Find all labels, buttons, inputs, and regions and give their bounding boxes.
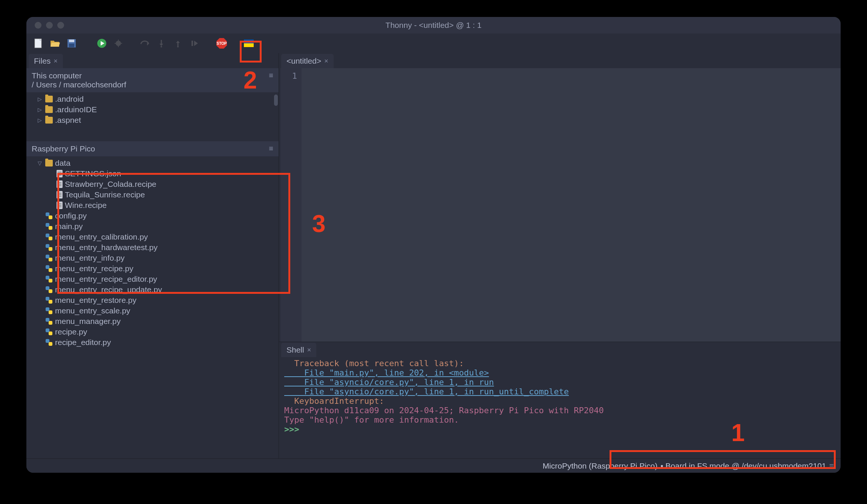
folder-icon xyxy=(45,96,53,102)
files-tab[interactable]: Files × xyxy=(29,54,63,68)
traceback-header: Traceback (most recent call last): xyxy=(284,359,464,368)
expand-icon[interactable]: ▷ xyxy=(36,117,43,123)
tree-item[interactable]: Wine.recipe xyxy=(26,200,279,211)
svg-marker-18 xyxy=(194,41,198,46)
traceback-link[interactable]: File "asyncio/core.py", line 1, in run_u… xyxy=(284,387,569,396)
new-file-icon[interactable] xyxy=(33,38,44,49)
tree-item-label: .arduinoIDE xyxy=(55,105,97,114)
svg-point-13 xyxy=(161,46,162,47)
ukraine-flag-icon[interactable] xyxy=(244,38,254,49)
titlebar: Thonny - <untitled> @ 1 : 1 xyxy=(26,17,841,34)
editor-section: <untitled> × 1 xyxy=(279,53,841,342)
tree-item-label: menu_entry_restore.py xyxy=(55,296,136,305)
close-icon[interactable]: × xyxy=(54,57,58,65)
tree-item[interactable]: menu_entry_recipe_update.py xyxy=(26,284,279,295)
tree-item[interactable]: Strawberry_Colada.recipe xyxy=(26,179,279,189)
statusbar: MicroPython (Raspberry Pi Pico) Board in… xyxy=(26,458,841,473)
board-status[interactable]: Board in FS mode @ /dev/cu.usbmodem2101 xyxy=(660,461,826,470)
tree-item[interactable]: ▷.aspnet xyxy=(26,115,279,125)
close-icon[interactable]: × xyxy=(307,346,311,354)
tree-item[interactable]: menu_entry_recipe_editor.py xyxy=(26,274,279,284)
editor-content[interactable] xyxy=(302,68,841,342)
window-title: Thonny - <untitled> @ 1 : 1 xyxy=(26,21,841,30)
step-into-icon[interactable] xyxy=(156,38,167,49)
tree-item-label: Tequila_Sunrise.recipe xyxy=(65,190,145,199)
tree-item[interactable]: menu_entry_restore.py xyxy=(26,295,279,305)
run-icon[interactable] xyxy=(97,38,107,49)
traceback-link[interactable]: File "main.py", line 202, in <module> xyxy=(284,368,489,377)
traceback-link[interactable]: File "asyncio/core.py", line 1, in run xyxy=(284,377,494,387)
python-file-icon xyxy=(45,307,53,315)
folder-icon xyxy=(45,106,53,113)
shell-section: Shell × Traceback (most recent call last… xyxy=(279,342,841,458)
tree-item[interactable]: menu_manager.py xyxy=(26,316,279,327)
open-file-icon[interactable] xyxy=(50,38,60,49)
scrollbar-thumb[interactable] xyxy=(274,95,278,106)
stop-button[interactable]: STOP xyxy=(216,38,227,49)
hamburger-icon[interactable]: ≡ xyxy=(269,71,273,80)
folder-icon xyxy=(45,160,53,166)
step-over-icon[interactable] xyxy=(139,38,150,49)
tree-item-label: main.py xyxy=(55,222,83,231)
python-file-icon xyxy=(45,286,53,293)
tree-item[interactable]: main.py xyxy=(26,221,279,232)
tree-item[interactable]: menu_entry_recipe.py xyxy=(26,263,279,274)
shell-output[interactable]: Traceback (most recent call last): File … xyxy=(279,357,841,458)
device-file-tree[interactable]: ▽dataSETTINGS.jsonStrawberry_Colada.reci… xyxy=(26,156,279,458)
keyboard-interrupt: KeyboardInterrupt: xyxy=(284,396,384,406)
tree-item-label: menu_manager.py xyxy=(55,317,121,326)
tree-item[interactable]: ▽data xyxy=(26,158,279,168)
annotation-label-1: 1 xyxy=(731,419,745,447)
editor-tab-label: <untitled> xyxy=(286,57,321,66)
tree-item[interactable]: menu_entry_calibration.py xyxy=(26,232,279,242)
annotation-label-3: 3 xyxy=(312,210,326,238)
shell-tab[interactable]: Shell × xyxy=(281,343,316,357)
tree-item[interactable]: menu_entry_hardwaretest.py xyxy=(26,242,279,253)
python-file-icon xyxy=(45,254,53,262)
tree-item[interactable]: ▷.arduinoIDE xyxy=(26,104,279,115)
tree-item[interactable]: recipe.py xyxy=(26,327,279,337)
tree-item[interactable]: config.py xyxy=(26,211,279,221)
tree-item[interactable]: menu_entry_info.py xyxy=(26,253,279,263)
step-out-icon[interactable] xyxy=(173,38,183,49)
file-icon xyxy=(57,191,63,199)
hamburger-icon[interactable]: ≡ xyxy=(269,144,273,153)
line-gutter: 1 xyxy=(280,68,302,342)
tree-item-label: Wine.recipe xyxy=(65,201,107,210)
repl-prompt[interactable]: >>> xyxy=(284,425,304,434)
tree-item-label: menu_entry_calibration.py xyxy=(55,232,148,241)
expand-icon[interactable]: ▷ xyxy=(36,96,43,102)
local-files-header[interactable]: This computer / Users / marcelochsendorf… xyxy=(26,68,279,92)
expand-icon[interactable]: ▷ xyxy=(36,107,43,113)
tree-item-label: menu_entry_hardwaretest.py xyxy=(55,243,158,252)
editor-tab[interactable]: <untitled> × xyxy=(281,54,334,68)
interpreter-label[interactable]: MicroPython (Raspberry Pi Pico) xyxy=(543,461,658,470)
expand-icon[interactable]: ▽ xyxy=(36,160,43,166)
hamburger-icon[interactable]: ≡ xyxy=(829,461,834,470)
device-files-header[interactable]: Raspberry Pi Pico ≡ xyxy=(26,141,279,156)
micropython-banner: MicroPython d11ca09 on 2024-04-25; Raspb… xyxy=(284,406,604,415)
device-header-label: Raspberry Pi Pico xyxy=(32,144,95,153)
python-file-icon xyxy=(45,318,53,325)
tree-item[interactable]: recipe_editor.py xyxy=(26,337,279,348)
help-hint: Type "help()" for more information. xyxy=(284,415,459,425)
tree-item-label: SETTINGS.json xyxy=(65,169,121,178)
tree-item[interactable]: ▷.android xyxy=(26,94,279,104)
file-icon xyxy=(57,202,63,209)
tree-item-label: Strawberry_Colada.recipe xyxy=(65,180,156,189)
debug-icon[interactable] xyxy=(113,38,124,49)
close-icon[interactable]: × xyxy=(324,57,328,65)
resume-icon[interactable] xyxy=(189,38,200,49)
tree-item[interactable]: Tequila_Sunrise.recipe xyxy=(26,189,279,200)
toolbar: STOP xyxy=(26,34,841,53)
folder-icon xyxy=(45,117,53,124)
tree-item-label: menu_entry_recipe.py xyxy=(55,264,133,273)
local-file-tree[interactable]: ▷.android▷.arduinoIDE▷.aspnet xyxy=(26,92,279,141)
editor-body[interactable]: 1 xyxy=(279,68,841,342)
files-panel: Files × This computer / Users / marceloc… xyxy=(26,53,279,458)
tree-item[interactable]: SETTINGS.json xyxy=(26,168,279,179)
save-file-icon[interactable] xyxy=(66,38,77,49)
tree-item[interactable]: menu_entry_scale.py xyxy=(26,305,279,316)
tree-item-label: menu_entry_recipe_editor.py xyxy=(55,275,157,284)
svg-marker-12 xyxy=(159,44,163,46)
